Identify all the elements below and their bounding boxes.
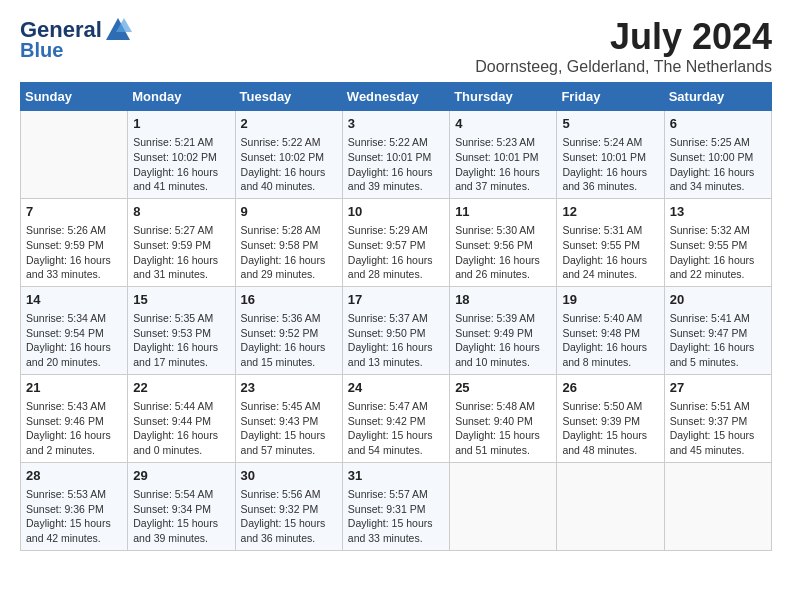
logo-blue: Blue	[20, 40, 63, 60]
day-number: 28	[26, 467, 122, 485]
header-thursday: Thursday	[450, 83, 557, 111]
title-block: July 2024 Doornsteeg, Gelderland, The Ne…	[475, 16, 772, 76]
calendar-cell: 8Sunrise: 5:27 AM Sunset: 9:59 PM Daylig…	[128, 198, 235, 286]
header-monday: Monday	[128, 83, 235, 111]
day-number: 17	[348, 291, 444, 309]
cell-content: Sunrise: 5:51 AM Sunset: 9:37 PM Dayligh…	[670, 399, 766, 458]
calendar-cell	[664, 462, 771, 550]
day-number: 15	[133, 291, 229, 309]
cell-content: Sunrise: 5:32 AM Sunset: 9:55 PM Dayligh…	[670, 223, 766, 282]
cell-content: Sunrise: 5:50 AM Sunset: 9:39 PM Dayligh…	[562, 399, 658, 458]
week-row-1: 1Sunrise: 5:21 AM Sunset: 10:02 PM Dayli…	[21, 111, 772, 199]
day-number: 27	[670, 379, 766, 397]
cell-content: Sunrise: 5:24 AM Sunset: 10:01 PM Daylig…	[562, 135, 658, 194]
calendar-cell: 29Sunrise: 5:54 AM Sunset: 9:34 PM Dayli…	[128, 462, 235, 550]
day-number: 12	[562, 203, 658, 221]
day-number: 4	[455, 115, 551, 133]
cell-content: Sunrise: 5:39 AM Sunset: 9:49 PM Dayligh…	[455, 311, 551, 370]
day-number: 22	[133, 379, 229, 397]
cell-content: Sunrise: 5:31 AM Sunset: 9:55 PM Dayligh…	[562, 223, 658, 282]
day-number: 23	[241, 379, 337, 397]
calendar-cell: 7Sunrise: 5:26 AM Sunset: 9:59 PM Daylig…	[21, 198, 128, 286]
day-number: 14	[26, 291, 122, 309]
calendar-cell: 25Sunrise: 5:48 AM Sunset: 9:40 PM Dayli…	[450, 374, 557, 462]
week-row-3: 14Sunrise: 5:34 AM Sunset: 9:54 PM Dayli…	[21, 286, 772, 374]
calendar-cell: 16Sunrise: 5:36 AM Sunset: 9:52 PM Dayli…	[235, 286, 342, 374]
main-title: July 2024	[475, 16, 772, 58]
calendar-cell: 28Sunrise: 5:53 AM Sunset: 9:36 PM Dayli…	[21, 462, 128, 550]
cell-content: Sunrise: 5:25 AM Sunset: 10:00 PM Daylig…	[670, 135, 766, 194]
cell-content: Sunrise: 5:22 AM Sunset: 10:02 PM Daylig…	[241, 135, 337, 194]
cell-content: Sunrise: 5:48 AM Sunset: 9:40 PM Dayligh…	[455, 399, 551, 458]
cell-content: Sunrise: 5:26 AM Sunset: 9:59 PM Dayligh…	[26, 223, 122, 282]
cell-content: Sunrise: 5:53 AM Sunset: 9:36 PM Dayligh…	[26, 487, 122, 546]
day-number: 2	[241, 115, 337, 133]
calendar-cell	[557, 462, 664, 550]
calendar-cell: 22Sunrise: 5:44 AM Sunset: 9:44 PM Dayli…	[128, 374, 235, 462]
day-number: 19	[562, 291, 658, 309]
cell-content: Sunrise: 5:36 AM Sunset: 9:52 PM Dayligh…	[241, 311, 337, 370]
cell-content: Sunrise: 5:23 AM Sunset: 10:01 PM Daylig…	[455, 135, 551, 194]
cell-content: Sunrise: 5:40 AM Sunset: 9:48 PM Dayligh…	[562, 311, 658, 370]
week-row-5: 28Sunrise: 5:53 AM Sunset: 9:36 PM Dayli…	[21, 462, 772, 550]
day-number: 10	[348, 203, 444, 221]
day-number: 18	[455, 291, 551, 309]
cell-content: Sunrise: 5:43 AM Sunset: 9:46 PM Dayligh…	[26, 399, 122, 458]
day-number: 31	[348, 467, 444, 485]
cell-content: Sunrise: 5:35 AM Sunset: 9:53 PM Dayligh…	[133, 311, 229, 370]
calendar-cell: 5Sunrise: 5:24 AM Sunset: 10:01 PM Dayli…	[557, 111, 664, 199]
cell-content: Sunrise: 5:22 AM Sunset: 10:01 PM Daylig…	[348, 135, 444, 194]
calendar-cell: 4Sunrise: 5:23 AM Sunset: 10:01 PM Dayli…	[450, 111, 557, 199]
calendar-cell: 21Sunrise: 5:43 AM Sunset: 9:46 PM Dayli…	[21, 374, 128, 462]
day-number: 3	[348, 115, 444, 133]
day-number: 26	[562, 379, 658, 397]
calendar-cell: 24Sunrise: 5:47 AM Sunset: 9:42 PM Dayli…	[342, 374, 449, 462]
calendar-cell: 31Sunrise: 5:57 AM Sunset: 9:31 PM Dayli…	[342, 462, 449, 550]
cell-content: Sunrise: 5:37 AM Sunset: 9:50 PM Dayligh…	[348, 311, 444, 370]
subtitle: Doornsteeg, Gelderland, The Netherlands	[475, 58, 772, 76]
calendar-cell: 9Sunrise: 5:28 AM Sunset: 9:58 PM Daylig…	[235, 198, 342, 286]
day-number: 13	[670, 203, 766, 221]
day-number: 1	[133, 115, 229, 133]
day-number: 16	[241, 291, 337, 309]
calendar-table: SundayMondayTuesdayWednesdayThursdayFrid…	[20, 82, 772, 551]
calendar-cell: 1Sunrise: 5:21 AM Sunset: 10:02 PM Dayli…	[128, 111, 235, 199]
calendar-cell: 11Sunrise: 5:30 AM Sunset: 9:56 PM Dayli…	[450, 198, 557, 286]
day-number: 8	[133, 203, 229, 221]
header-sunday: Sunday	[21, 83, 128, 111]
calendar-cell: 6Sunrise: 5:25 AM Sunset: 10:00 PM Dayli…	[664, 111, 771, 199]
cell-content: Sunrise: 5:21 AM Sunset: 10:02 PM Daylig…	[133, 135, 229, 194]
day-number: 5	[562, 115, 658, 133]
header-friday: Friday	[557, 83, 664, 111]
calendar-cell: 14Sunrise: 5:34 AM Sunset: 9:54 PM Dayli…	[21, 286, 128, 374]
cell-content: Sunrise: 5:57 AM Sunset: 9:31 PM Dayligh…	[348, 487, 444, 546]
day-number: 9	[241, 203, 337, 221]
logo-icon	[104, 16, 132, 44]
calendar-cell: 2Sunrise: 5:22 AM Sunset: 10:02 PM Dayli…	[235, 111, 342, 199]
cell-content: Sunrise: 5:44 AM Sunset: 9:44 PM Dayligh…	[133, 399, 229, 458]
day-number: 24	[348, 379, 444, 397]
cell-content: Sunrise: 5:41 AM Sunset: 9:47 PM Dayligh…	[670, 311, 766, 370]
calendar-cell: 27Sunrise: 5:51 AM Sunset: 9:37 PM Dayli…	[664, 374, 771, 462]
cell-content: Sunrise: 5:47 AM Sunset: 9:42 PM Dayligh…	[348, 399, 444, 458]
day-number: 7	[26, 203, 122, 221]
header-tuesday: Tuesday	[235, 83, 342, 111]
logo: General Blue	[20, 16, 132, 60]
calendar-cell: 3Sunrise: 5:22 AM Sunset: 10:01 PM Dayli…	[342, 111, 449, 199]
calendar-cell: 26Sunrise: 5:50 AM Sunset: 9:39 PM Dayli…	[557, 374, 664, 462]
logo-general: General	[20, 19, 102, 41]
cell-content: Sunrise: 5:56 AM Sunset: 9:32 PM Dayligh…	[241, 487, 337, 546]
cell-content: Sunrise: 5:28 AM Sunset: 9:58 PM Dayligh…	[241, 223, 337, 282]
cell-content: Sunrise: 5:54 AM Sunset: 9:34 PM Dayligh…	[133, 487, 229, 546]
cell-content: Sunrise: 5:45 AM Sunset: 9:43 PM Dayligh…	[241, 399, 337, 458]
cell-content: Sunrise: 5:29 AM Sunset: 9:57 PM Dayligh…	[348, 223, 444, 282]
day-number: 21	[26, 379, 122, 397]
calendar-cell: 13Sunrise: 5:32 AM Sunset: 9:55 PM Dayli…	[664, 198, 771, 286]
week-row-4: 21Sunrise: 5:43 AM Sunset: 9:46 PM Dayli…	[21, 374, 772, 462]
calendar-cell: 12Sunrise: 5:31 AM Sunset: 9:55 PM Dayli…	[557, 198, 664, 286]
calendar-cell: 15Sunrise: 5:35 AM Sunset: 9:53 PM Dayli…	[128, 286, 235, 374]
day-number: 25	[455, 379, 551, 397]
header-saturday: Saturday	[664, 83, 771, 111]
header-wednesday: Wednesday	[342, 83, 449, 111]
week-row-2: 7Sunrise: 5:26 AM Sunset: 9:59 PM Daylig…	[21, 198, 772, 286]
